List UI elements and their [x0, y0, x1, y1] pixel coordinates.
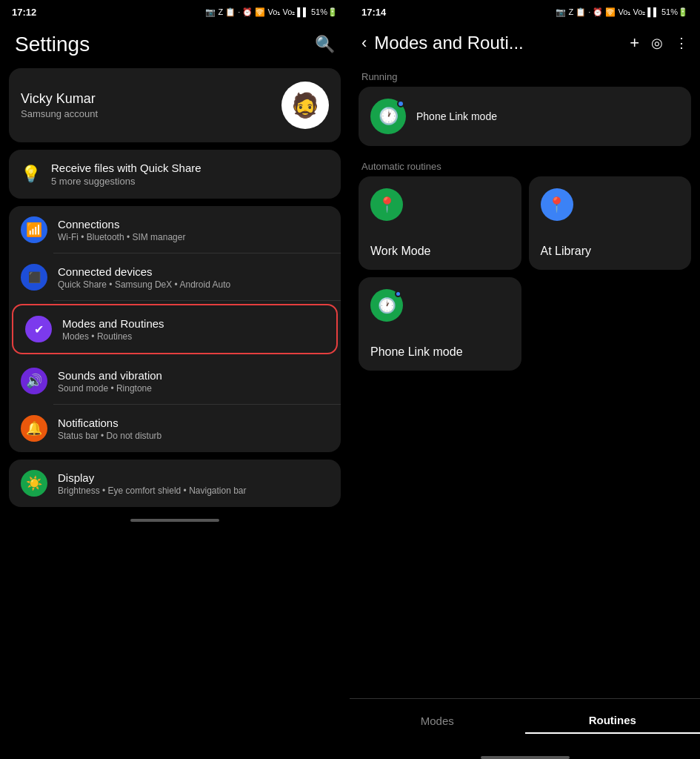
connected-devices-label: Connected devices — [58, 265, 230, 278]
connections-sub: Wi-Fi • Bluetooth • SIM manager — [58, 232, 185, 242]
active-dot — [397, 100, 404, 107]
left-nav-indicator — [130, 519, 219, 522]
header-actions: + ◎ ⋮ — [630, 33, 688, 53]
notifications-sub: Status bar • Do not disturb — [58, 431, 161, 441]
suggestion-text: Receive files with Quick Share 5 more su… — [51, 162, 201, 187]
phone-link-auto-card[interactable]: 🕐 Phone Link mode — [359, 277, 521, 371]
profile-name: Vicky Kumar — [21, 91, 98, 107]
at-library-card[interactable]: 📍 At Library — [529, 176, 692, 270]
notifications-icon: 🔔 — [21, 415, 47, 442]
right-header: ‹ Modes and Routi... + ◎ ⋮ — [350, 24, 700, 65]
work-mode-icon: 📍 — [370, 188, 403, 221]
phone-link-icon: 🕐 — [370, 99, 406, 134]
right-status-bar: 17:14 📷 Z 📋 · ⏰ 🛜 Vo₁ Vo₂ ▌▌ 51%🔋 — [350, 0, 700, 24]
profile-subtitle: Samsung account — [21, 108, 98, 119]
connections-text: Connections Wi-Fi • Bluetooth • SIM mana… — [58, 218, 185, 242]
phone-link-running-card[interactable]: 🕐 Phone Link mode — [359, 87, 691, 146]
connections-item[interactable]: 📶 Connections Wi-Fi • Bluetooth • SIM ma… — [9, 206, 341, 253]
left-signal-info: ⏰ 🛜 Vo₁ Vo₂ ▌▌ 51%🔋 — [242, 7, 338, 17]
modes-routines-icon: ✔ — [25, 316, 52, 342]
display-group: ☀️ Display Brightness • Eye comfort shie… — [9, 460, 341, 507]
left-battery-icon: 📷 Z 📋 · — [205, 7, 240, 17]
sounds-sub: Sound mode • Ringtone — [58, 383, 162, 394]
modes-highlight-border: ✔ Modes and Routines Modes • Routines — [12, 304, 338, 354]
right-title: Modes and Routi... — [374, 33, 622, 53]
notifications-label: Notifications — [58, 417, 161, 429]
back-button[interactable]: ‹ — [361, 33, 367, 53]
at-library-icon: 📍 — [541, 188, 573, 221]
connected-devices-item[interactable]: ⬛ Connected devices Quick Share • Samsun… — [9, 253, 341, 301]
left-time: 17:12 — [12, 7, 36, 18]
work-mode-card[interactable]: 📍 Work Mode — [359, 176, 521, 270]
left-status-bar: 17:12 📷 Z 📋 · ⏰ 🛜 Vo₁ Vo₂ ▌▌ 51%🔋 — [0, 0, 350, 24]
settings-title: Settings — [15, 33, 90, 56]
tab-modes[interactable]: Modes — [350, 708, 525, 734]
suggestion-icon: 💡 — [21, 165, 41, 184]
phone-link-auto-icon: 🕐 — [370, 289, 403, 322]
suggestion-main: Receive files with Quick Share — [51, 162, 201, 174]
auto-routines-section: 📍 Work Mode 📍 At Library 🕐 Phone Link mo… — [350, 176, 700, 380]
sounds-icon: 🔊 — [21, 368, 47, 394]
auto-routines-label: Automatic routines — [350, 155, 700, 176]
display-item[interactable]: ☀️ Display Brightness • Eye comfort shie… — [9, 460, 341, 507]
sounds-label: Sounds and vibration — [58, 369, 162, 382]
sounds-text: Sounds and vibration Sound mode • Ringto… — [58, 369, 162, 394]
notifications-item[interactable]: 🔔 Notifications Status bar • Do not dist… — [9, 405, 341, 452]
right-time: 17:14 — [361, 7, 386, 18]
display-sub: Brightness • Eye comfort shield • Naviga… — [58, 485, 247, 496]
profile-info: Vicky Kumar Samsung account — [21, 91, 98, 119]
connections-icon: 📶 — [21, 216, 47, 243]
right-nav-indicator — [481, 756, 570, 759]
right-panel: 17:14 📷 Z 📋 · ⏰ 🛜 Vo₁ Vo₂ ▌▌ 51%🔋 ‹ Mode… — [350, 0, 700, 759]
suggestion-sub: 5 more suggestions — [51, 176, 201, 187]
connections-label: Connections — [58, 218, 185, 231]
display-icon: ☀️ — [21, 470, 47, 497]
tab-routines-label: Routines — [589, 714, 636, 726]
work-mode-label: Work Mode — [370, 245, 510, 258]
bottom-tabs: Modes Routines — [350, 698, 700, 752]
sounds-item[interactable]: 🔊 Sounds and vibration Sound mode • Ring… — [9, 357, 341, 405]
tab-routines[interactable]: Routines — [525, 708, 701, 734]
suggestion-card[interactable]: 💡 Receive files with Quick Share 5 more … — [9, 150, 341, 199]
connected-devices-icon: ⬛ — [21, 264, 47, 291]
avatar: 🧔 — [281, 82, 329, 129]
settings-header: Settings 🔍 — [0, 24, 350, 68]
phone-link-auto-dot — [395, 291, 401, 297]
left-panel: 17:12 📷 Z 📋 · ⏰ 🛜 Vo₁ Vo₂ ▌▌ 51%🔋 Settin… — [0, 0, 350, 759]
modes-routines-label: Modes and Routines — [62, 317, 164, 330]
settings-group: 📶 Connections Wi-Fi • Bluetooth • SIM ma… — [9, 206, 341, 452]
running-section: 🕐 Phone Link mode — [350, 87, 700, 155]
phone-link-running-label: Phone Link mode — [416, 110, 497, 122]
right-camera-icon: 📷 Z 📋 · — [556, 7, 590, 17]
phone-link-auto-label: Phone Link mode — [370, 345, 510, 359]
more-button[interactable]: ⋮ — [675, 35, 688, 51]
add-button[interactable]: + — [630, 33, 639, 53]
tab-modes-label: Modes — [421, 715, 454, 727]
display-label: Display — [58, 471, 247, 484]
at-library-label: At Library — [541, 245, 680, 258]
right-signal-info: ⏰ 🛜 Vo₁ Vo₂ ▌▌ 51%🔋 — [593, 7, 688, 17]
modes-routines-sub: Modes • Routines — [62, 331, 164, 342]
profile-card[interactable]: Vicky Kumar Samsung account 🧔 — [9, 68, 341, 142]
connected-devices-text: Connected devices Quick Share • Samsung … — [58, 265, 230, 290]
left-status-icons: 📷 Z 📋 · ⏰ 🛜 Vo₁ Vo₂ ▌▌ 51%🔋 — [205, 7, 338, 17]
phone-link-auto-wrapper: 🕐 Phone Link mode — [359, 277, 691, 371]
auto-grid: 📍 Work Mode 📍 At Library — [359, 176, 691, 270]
display-text: Display Brightness • Eye comfort shield … — [58, 471, 247, 496]
modes-routines-text: Modes and Routines Modes • Routines — [62, 317, 164, 342]
notifications-text: Notifications Status bar • Do not distur… — [58, 417, 161, 441]
connected-devices-sub: Quick Share • Samsung DeX • Android Auto — [58, 279, 230, 290]
right-status-icons: 📷 Z 📋 · ⏰ 🛜 Vo₁ Vo₂ ▌▌ 51%🔋 — [556, 7, 688, 17]
search-button[interactable]: 🔍 — [315, 35, 335, 54]
avatar-emoji: 🧔 — [290, 91, 320, 119]
modes-routines-item[interactable]: ✔ Modes and Routines Modes • Routines — [13, 305, 336, 353]
compass-button[interactable]: ◎ — [651, 35, 663, 51]
running-section-label: Running — [350, 65, 700, 87]
